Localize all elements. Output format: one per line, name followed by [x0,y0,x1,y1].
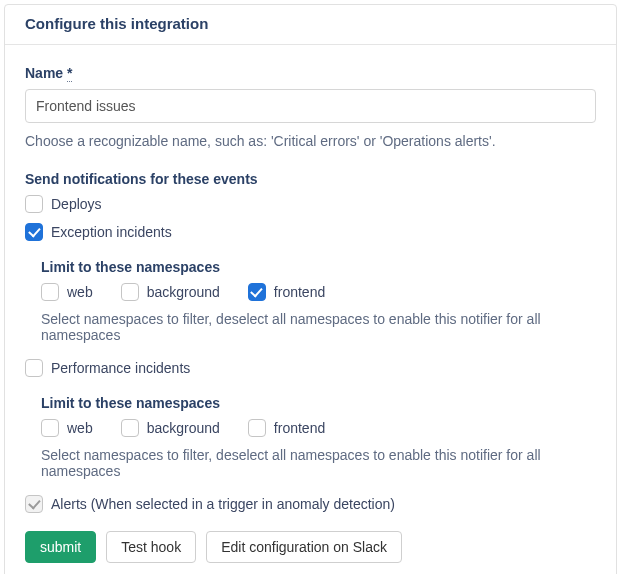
performance-label: Performance incidents [51,360,190,376]
events-title: Send notifications for these events [25,171,596,187]
name-helper: Choose a recognizable name, such as: 'Cr… [25,133,596,149]
deploys-label: Deploys [51,196,102,212]
performance-namespaces-block: Limit to these namespaces web background… [41,387,596,483]
performance-ns-background[interactable]: background [121,419,220,437]
performance-ns-frontend[interactable]: frontend [248,419,325,437]
edit-slack-button[interactable]: Edit configuration on Slack [206,531,402,563]
deploys-checkbox[interactable] [25,195,43,213]
exception-checkbox[interactable] [25,223,43,241]
exception-ns-frontend[interactable]: frontend [248,283,325,301]
performance-ns-web[interactable]: web [41,419,93,437]
performance-checkbox[interactable] [25,359,43,377]
required-mark: * [67,65,72,82]
performance-ns-web-checkbox[interactable] [41,419,59,437]
exception-ns-web-checkbox[interactable] [41,283,59,301]
exception-ns-background[interactable]: background [121,283,220,301]
card-body: Name * Choose a recognizable name, such … [5,45,616,574]
submit-button[interactable]: submit [25,531,96,563]
exception-label: Exception incidents [51,224,172,240]
exception-ns-help: Select namespaces to filter, deselect al… [41,311,596,343]
name-label: Name * [25,65,596,81]
exception-ns-background-checkbox[interactable] [121,283,139,301]
performance-ns-row: web background frontend [41,419,596,437]
alerts-label: Alerts (When selected in a trigger in an… [51,496,395,512]
exception-ns-web[interactable]: web [41,283,93,301]
actions-row: submit Test hook Edit configuration on S… [25,531,596,563]
exception-limit-title: Limit to these namespaces [41,259,596,275]
exception-ns-frontend-checkbox[interactable] [248,283,266,301]
exception-row[interactable]: Exception incidents [25,223,596,241]
performance-row[interactable]: Performance incidents [25,359,596,377]
name-input[interactable] [25,89,596,123]
exception-ns-row: web background frontend [41,283,596,301]
performance-ns-background-checkbox[interactable] [121,419,139,437]
alerts-checkbox [25,495,43,513]
card-title: Configure this integration [25,15,596,32]
performance-ns-help: Select namespaces to filter, deselect al… [41,447,596,479]
deploys-row[interactable]: Deploys [25,195,596,213]
exception-namespaces-block: Limit to these namespaces web background… [41,251,596,347]
card-header: Configure this integration [5,5,616,45]
test-hook-button[interactable]: Test hook [106,531,196,563]
alerts-row: Alerts (When selected in a trigger in an… [25,495,596,513]
performance-ns-frontend-checkbox[interactable] [248,419,266,437]
integration-config-card: Configure this integration Name * Choose… [4,4,617,574]
performance-limit-title: Limit to these namespaces [41,395,596,411]
